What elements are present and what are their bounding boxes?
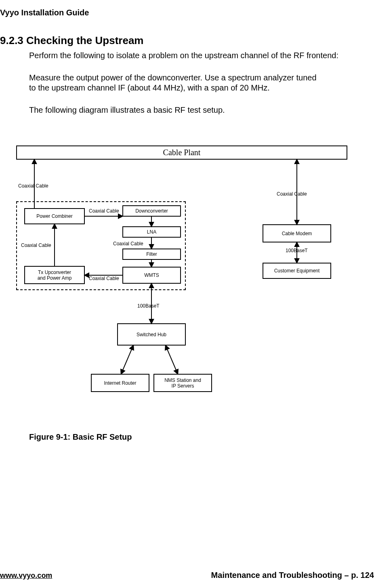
footer-pager: Maintenance and Troubleshooting – p. 124: [211, 571, 374, 580]
paragraph-2: Measure the output power of the downconv…: [29, 73, 320, 93]
paragraph-3: The following diagram illustrates a basi…: [29, 105, 348, 115]
paragraph-1: Perform the following to isolate a probl…: [29, 51, 348, 61]
rf-diagram: Cable Plant Power Combiner Tx Upconverte…: [16, 145, 347, 412]
footer-url[interactable]: www.vyyo.com: [0, 571, 52, 580]
diagram-connectors: [16, 145, 347, 412]
figure-caption: Figure 9-1: Basic RF Setup: [29, 432, 132, 442]
section-heading: 9.2.3 Checking the Upstream: [0, 34, 143, 47]
running-head: Vyyo Installation Guide: [0, 8, 89, 17]
svg-line-8: [121, 346, 133, 374]
svg-line-9: [166, 346, 178, 374]
